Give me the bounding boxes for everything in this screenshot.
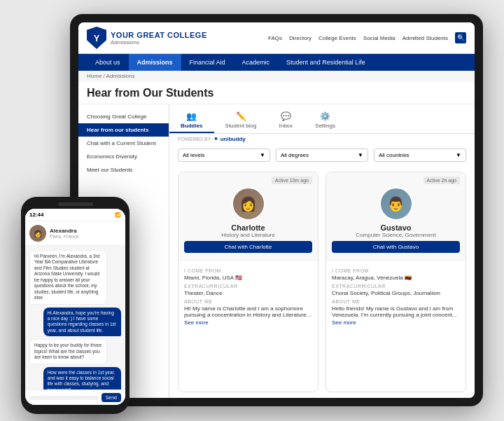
filter-levels[interactable]: All levels ▼ (178, 149, 270, 162)
phone-contact-info: Alexandra Paris, France (50, 228, 79, 239)
message-3: Happy to be your buddy for those topics!… (29, 339, 107, 364)
nav-academic[interactable]: Academic (234, 54, 279, 71)
powered-by-bar: POWERED BY ✦ unibuddy (169, 134, 475, 144)
top-link-directory[interactable]: Directory (289, 35, 312, 41)
charlotte-extra-value: Theater, Dance (184, 290, 312, 296)
charlotte-from-label: I COME FROM (184, 268, 312, 273)
blog-icon: ✏️ (236, 111, 246, 121)
nav-about-us[interactable]: About us (87, 54, 129, 71)
sidebar-item-choosing[interactable]: Choosing Great College (78, 110, 169, 123)
sidebar-item-chat[interactable]: Chat with a Current Student (78, 137, 169, 150)
filter-degrees-label: All degrees (281, 152, 309, 158)
gustavo-about-value: Hello friends! My name is Gustavo and I … (332, 305, 460, 318)
gustavo-avatar: 👨 (379, 187, 413, 221)
college-name-block: YOUR GREAT COLLEGE Admissions (111, 31, 207, 46)
top-link-admitted[interactable]: Admitted Students (402, 35, 448, 41)
tab-buddies-label: Buddies (181, 123, 203, 129)
settings-icon: ⚙️ (320, 111, 330, 121)
filter-countries-label: All countries (379, 152, 410, 158)
sidebar-item-meet[interactable]: Meet our Students (78, 163, 169, 177)
nav-admissions[interactable]: Admissions (129, 54, 181, 71)
gustavo-active-badge: Active 2h ago (424, 177, 460, 184)
phone-send-button[interactable]: Send (102, 393, 121, 402)
top-navigation: YOUR GREAT COLLEGE Admissions FAQs Direc… (78, 22, 475, 54)
tab-inbox[interactable]: 💬 Inbox (268, 109, 304, 133)
filter-levels-label: All levels (183, 152, 205, 158)
gustavo-about-label: ABOUT ME (332, 299, 460, 304)
gustavo-major: Computer Science, Government (356, 232, 435, 238)
filters-row: All levels ▼ All degrees ▼ All countries… (169, 144, 475, 166)
gustavo-extra-value: Choral Society, Political Groups, Journa… (332, 290, 460, 296)
powered-by-text: POWERED BY (178, 137, 211, 142)
breadcrumb: Home / Admissions (78, 71, 475, 81)
phone-contact-name: Alexandra (50, 228, 79, 234)
tab-settings-label: Settings (315, 123, 335, 129)
chat-charlotte-button[interactable]: Chat with Charlotte (184, 241, 312, 253)
chat-gustavo-button[interactable]: Chat with Gustavo (332, 241, 460, 253)
buddy-card-gustavo: Active 2h ago 👨 Gustavo Computer Science… (326, 172, 466, 392)
logo-area: YOUR GREAT COLLEGE Admissions (87, 27, 207, 49)
charlotte-active-badge: Active 10m ago (272, 177, 312, 184)
charlotte-card-body: I COME FROM Miami, Florida, USA 🇺🇸 EXTRA… (178, 261, 318, 392)
tab-settings[interactable]: ⚙️ Settings (304, 109, 346, 133)
phone-time: 12:44 (29, 212, 43, 218)
message-1: Hi Parveen, I'm Alexandra, a 3rd Year BA… (29, 250, 107, 305)
tab-inbox-label: Inbox (279, 123, 293, 129)
charlotte-from-value: Miami, Florida, USA 🇺🇸 (184, 275, 312, 281)
filter-degrees[interactable]: All degrees ▼ (276, 149, 368, 162)
charlotte-name: Charlotte (231, 223, 265, 232)
charlotte-about-value: Hi! My name is Charlotte and I am a soph… (184, 305, 312, 318)
chevron-down-icon: ▼ (260, 152, 265, 158)
tablet-screen: YOUR GREAT COLLEGE Admissions FAQs Direc… (78, 22, 475, 398)
gustavo-name: Gustavo (380, 223, 411, 232)
gustavo-extra-label: EXTRACURRICULAR (332, 284, 460, 289)
college-title: YOUR GREAT COLLEGE (111, 31, 207, 39)
main-navigation: About us Admissions Financial Aid Academ… (78, 54, 475, 71)
phone-screen: 12:44 📶 👩 Alexandra Paris, France Hi Par… (25, 209, 125, 405)
nav-financial-aid[interactable]: Financial Aid (181, 54, 234, 71)
inbox-icon: 💬 (281, 111, 291, 121)
tab-student-blog[interactable]: ✏️ Student blog (214, 109, 268, 133)
buddies-icon: 👥 (186, 111, 197, 121)
gustavo-avatar-img: 👨 (381, 188, 412, 219)
phone-signal-icon: 📶 (115, 212, 121, 218)
top-links: FAQs Directory College Events Social Med… (268, 32, 466, 43)
nav-student-life[interactable]: Student and Residential Life (278, 54, 374, 71)
page-content: Choosing Great College Hear from our stu… (78, 104, 475, 398)
charlotte-major: History and Literature (221, 232, 274, 238)
main-content-area: 👥 Buddies ✏️ Student blog 💬 Inbox ⚙️ (169, 104, 475, 398)
sidebar-item-economics[interactable]: Economics Diversity (78, 150, 169, 163)
message-2: Hi Alexandra, hope you're having a nice … (43, 308, 121, 337)
page-title-bar: Hear from Our Students (78, 81, 475, 104)
charlotte-avatar: 👩 (232, 187, 265, 221)
search-icon[interactable]: 🔍 (455, 32, 466, 43)
gustavo-from-value: Maracay, Aragua, Venezuela 🇻🇪 (332, 275, 460, 281)
gustavo-card-body: I COME FROM Maracay, Aragua, Venezuela 🇻… (326, 261, 465, 392)
gustavo-see-more[interactable]: See more (332, 319, 356, 326)
phone-chat-header: 👩 Alexandra Paris, France (25, 221, 125, 246)
filter-countries[interactable]: All countries ▼ (374, 149, 466, 162)
top-link-events[interactable]: College Events (318, 35, 356, 41)
phone-status-bar: 12:44 📶 (25, 209, 125, 221)
tablet-device: YOUR GREAT COLLEGE Admissions FAQs Direc… (70, 14, 483, 406)
phone-notch (58, 202, 93, 206)
college-subtitle: Admissions (111, 39, 207, 46)
message-4: How were the classes in 1st year, and wa… (43, 367, 121, 389)
gustavo-from-label: I COME FROM (332, 268, 460, 273)
top-link-social[interactable]: Social Media (363, 35, 396, 41)
charlotte-card-header: Active 10m ago 👩 Charlotte History and L… (178, 172, 318, 261)
gustavo-card-header: Active 2h ago 👨 Gustavo Computer Science… (326, 172, 465, 261)
phone-message-input[interactable] (29, 396, 99, 400)
buddy-card-charlotte: Active 10m ago 👩 Charlotte History and L… (178, 172, 318, 392)
breadcrumb-text: Home / Admissions (87, 73, 134, 79)
page-title: Hear from Our Students (87, 87, 466, 99)
top-link-faqs[interactable]: FAQs (268, 35, 282, 41)
charlotte-extra-label: EXTRACURRICULAR (184, 284, 312, 289)
buddy-cards-container: Active 10m ago 👩 Charlotte History and L… (169, 166, 475, 398)
phone-contact-avatar: 👩 (29, 225, 46, 242)
tab-buddies[interactable]: 👥 Buddies (169, 109, 214, 133)
charlotte-see-more[interactable]: See more (184, 319, 209, 326)
chevron-down-icon-3: ▼ (456, 152, 461, 158)
sidebar-item-hear[interactable]: Hear from our students (78, 123, 169, 137)
phone-contact-location: Paris, France (50, 234, 79, 239)
